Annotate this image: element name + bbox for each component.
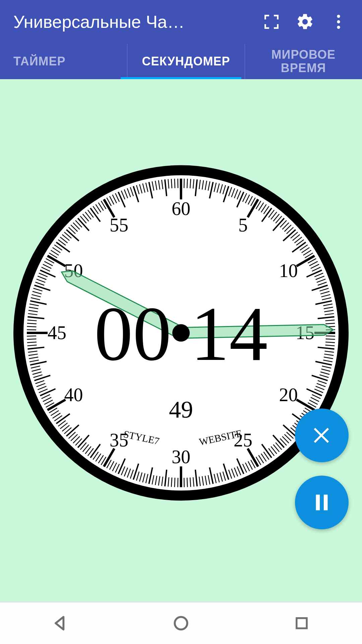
svg-line-231 xyxy=(27,330,36,330)
svg-rect-327 xyxy=(297,618,307,628)
svg-point-0 xyxy=(337,15,340,18)
tab-timer[interactable]: ТАЙМЕР xyxy=(0,44,127,79)
svg-line-154 xyxy=(184,478,184,487)
svg-text:30: 30 xyxy=(172,446,190,467)
svg-line-157 xyxy=(175,478,175,487)
svg-line-156 xyxy=(178,478,178,487)
svg-text:40: 40 xyxy=(64,384,83,405)
main-content: 60510152025303540455055STYLE7WEBSITE00·1… xyxy=(0,79,362,602)
overflow-menu-button[interactable] xyxy=(322,5,355,39)
settings-button[interactable] xyxy=(288,5,322,39)
tab-bar: ТАЙМЕР СЕКУНДОМЕР МИРОВОЕ ВРЕМЯ xyxy=(0,44,362,79)
svg-text:20: 20 xyxy=(279,384,298,405)
nav-home-icon xyxy=(172,614,190,633)
svg-line-303 xyxy=(175,179,175,188)
pause-button[interactable] xyxy=(295,476,349,529)
svg-line-227 xyxy=(27,342,37,343)
app-title: Универсальные Ча… xyxy=(13,12,248,32)
svg-text:55: 55 xyxy=(110,215,128,235)
svg-line-82 xyxy=(326,339,335,339)
nav-back-icon xyxy=(51,614,70,633)
fullscreen-button[interactable] xyxy=(255,5,288,39)
pause-icon xyxy=(310,491,334,514)
system-nav-bar xyxy=(0,602,362,644)
svg-rect-324 xyxy=(316,495,320,511)
svg-text:00·14: 00·14 xyxy=(94,291,268,377)
svg-line-233 xyxy=(27,323,37,324)
svg-line-83 xyxy=(325,342,335,343)
svg-line-304 xyxy=(178,179,178,188)
app-header: Универсальные Ча… ТАЙМЕР СЕКУНДОМЕР МИРО… xyxy=(0,0,362,79)
nav-home-button[interactable] xyxy=(161,610,201,637)
svg-point-1 xyxy=(337,20,340,23)
svg-text:45: 45 xyxy=(48,322,66,343)
nav-recent-icon xyxy=(293,614,310,632)
svg-line-302 xyxy=(171,179,172,188)
svg-line-7 xyxy=(187,179,187,188)
svg-point-326 xyxy=(175,617,187,629)
svg-line-232 xyxy=(27,326,36,327)
fullscreen-icon xyxy=(262,12,281,31)
svg-line-153 xyxy=(187,478,187,487)
tab-worldclock-label: МИРОВОЕ ВРЕМЯ xyxy=(272,48,336,74)
svg-line-77 xyxy=(325,323,335,324)
svg-line-81 xyxy=(326,336,335,336)
svg-line-158 xyxy=(171,478,172,487)
tab-worldclock[interactable]: МИРОВОЕ ВРЕМЯ xyxy=(245,44,362,79)
svg-rect-325 xyxy=(324,495,328,511)
svg-text:10: 10 xyxy=(279,260,298,281)
close-icon xyxy=(310,424,334,447)
tab-stopwatch[interactable]: СЕКУНДОМЕР xyxy=(127,44,244,79)
svg-line-8 xyxy=(190,179,191,188)
svg-line-152 xyxy=(190,478,191,487)
gear-icon xyxy=(296,12,314,31)
svg-text:5: 5 xyxy=(238,215,248,235)
more-vert-icon xyxy=(329,12,348,31)
svg-text:49: 49 xyxy=(169,396,193,423)
nav-back-button[interactable] xyxy=(40,610,80,637)
svg-text:60: 60 xyxy=(172,198,190,219)
stopwatch-dial: 60510152025303540455055STYLE7WEBSITE00·1… xyxy=(10,162,352,505)
nav-recent-button[interactable] xyxy=(282,610,322,637)
svg-line-228 xyxy=(27,339,36,339)
svg-point-2 xyxy=(337,26,340,29)
reset-button[interactable] xyxy=(295,409,349,462)
svg-line-6 xyxy=(184,179,184,188)
svg-line-229 xyxy=(27,336,36,336)
top-bar: Универсальные Ча… xyxy=(0,0,362,44)
